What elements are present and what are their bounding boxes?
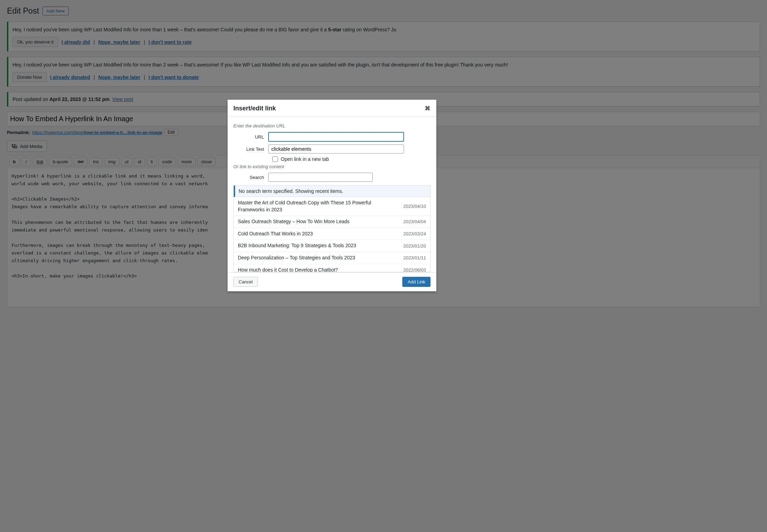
linktext-label: Link Text <box>233 147 268 152</box>
insert-link-dialog: Insert/edit link ✖ Enter the destination… <box>227 100 436 291</box>
result-date: 2022/06/03 <box>403 267 426 272</box>
result-title: B2B Inbound Marketing: Top 9 Strategies … <box>238 242 398 249</box>
result-item[interactable]: Deep Personalization – Top Strategies an… <box>234 252 430 264</box>
result-date: 2023/01/20 <box>403 243 426 249</box>
results-header: No search term specified. Showing recent… <box>234 186 430 197</box>
result-title: How much does it Cost to Develop a Chatb… <box>238 267 398 272</box>
search-results: No search term specified. Showing recent… <box>233 185 431 272</box>
result-item[interactable]: Sales Outreach Strategy – How To Win Mor… <box>234 216 430 228</box>
result-item[interactable]: How much does it Cost to Develop a Chatb… <box>234 264 430 272</box>
result-item[interactable]: Master the Art of Cold Outreach Copy wit… <box>234 197 430 216</box>
url-input[interactable] <box>268 132 404 142</box>
result-title: Master the Art of Cold Outreach Copy wit… <box>238 200 398 213</box>
result-date: 2023/03/24 <box>403 231 426 236</box>
result-date: 2023/04/10 <box>403 204 426 209</box>
result-title: Sales Outreach Strategy – How To Win Mor… <box>238 218 398 225</box>
newtab-checkbox[interactable] <box>272 156 278 162</box>
linktext-input[interactable] <box>268 144 404 154</box>
result-date: 2023/01/11 <box>403 255 426 260</box>
howto-existing: Or link to existing content <box>233 164 431 169</box>
close-icon[interactable]: ✖ <box>425 104 431 112</box>
cancel-button[interactable]: Cancel <box>233 277 258 287</box>
add-link-button[interactable]: Add Link <box>402 277 431 287</box>
result-item[interactable]: B2B Inbound Marketing: Top 9 Strategies … <box>234 240 430 252</box>
dialog-title: Insert/edit link <box>233 105 276 112</box>
search-label: Search <box>233 175 268 180</box>
search-input[interactable] <box>268 173 373 182</box>
result-item[interactable]: Cold Outreach That Works in 20232023/03/… <box>234 228 430 240</box>
howto-url: Enter the destination URL <box>233 123 431 128</box>
newtab-label: Open link in a new tab <box>281 156 329 162</box>
result-title: Cold Outreach That Works in 2023 <box>238 230 398 237</box>
result-date: 2023/04/04 <box>403 219 426 224</box>
result-title: Deep Personalization – Top Strategies an… <box>238 255 398 261</box>
url-label: URL <box>233 134 268 140</box>
